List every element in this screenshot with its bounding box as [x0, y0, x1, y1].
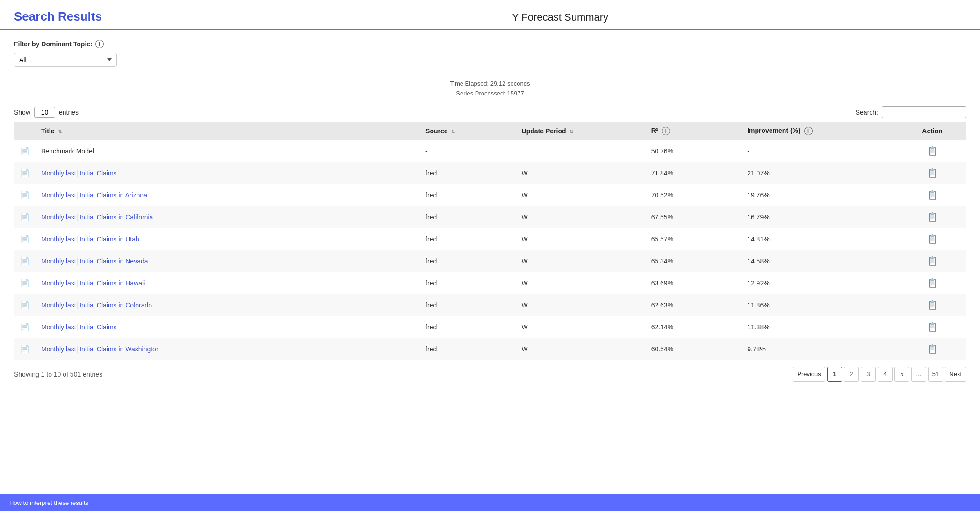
- row-improvement: 9.78%: [742, 338, 899, 360]
- row-source: fred: [420, 316, 516, 338]
- search-input[interactable]: [882, 106, 966, 118]
- copy-action-icon[interactable]: 📋: [927, 256, 937, 266]
- search-box: Search:: [856, 106, 966, 118]
- row-update-period: W: [516, 250, 646, 272]
- page-ellipsis: ...: [911, 367, 926, 382]
- page-buttons: 12345...51: [827, 367, 943, 382]
- copy-action-icon[interactable]: 📋: [927, 212, 937, 222]
- row-r2: 50.76%: [646, 140, 742, 162]
- sort-source-icon: ⇅: [451, 129, 455, 134]
- row-title[interactable]: Monthly last| Initial Claims in Washingt…: [41, 345, 160, 353]
- table-row: 📄Monthly last| Initial ClaimsfredW62.14%…: [14, 316, 966, 338]
- header-center: Y Forecast Summary: [154, 9, 966, 23]
- row-r2: 63.69%: [646, 272, 742, 294]
- show-label: Show: [14, 109, 30, 116]
- table-row: 📄Monthly last| Initial Claims in Utahfre…: [14, 228, 966, 250]
- row-source: fred: [420, 272, 516, 294]
- r2-info-icon[interactable]: i: [662, 127, 670, 135]
- improvement-info-icon[interactable]: i: [804, 127, 813, 135]
- table-row: 📄Monthly last| Initial Claims in Arizona…: [14, 184, 966, 206]
- row-improvement: 21.07%: [742, 162, 899, 184]
- row-source: -: [420, 140, 516, 162]
- table-controls: Show entries Search:: [0, 102, 980, 122]
- row-r2: 62.63%: [646, 294, 742, 316]
- row-improvement: 11.38%: [742, 316, 899, 338]
- th-improvement[interactable]: Improvement (%) i: [742, 122, 899, 140]
- copy-action-icon[interactable]: 📋: [927, 344, 937, 354]
- series-processed: Series Processed: 15977: [14, 89, 966, 99]
- row-improvement: 14.81%: [742, 228, 899, 250]
- doc-icon: 📄: [20, 299, 30, 311]
- row-r2: 67.55%: [646, 206, 742, 228]
- row-update-period: W: [516, 184, 646, 206]
- row-improvement: 19.76%: [742, 184, 899, 206]
- table-row: 📄Monthly last| Initial Claims in Hawaiif…: [14, 272, 966, 294]
- row-update-period: W: [516, 272, 646, 294]
- page-51-button[interactable]: 51: [928, 367, 943, 382]
- th-update-period[interactable]: Update Period ⇅: [516, 122, 646, 140]
- page-4-button[interactable]: 4: [878, 367, 893, 382]
- search-label: Search:: [856, 109, 878, 116]
- row-update-period: W: [516, 338, 646, 360]
- page-2-button[interactable]: 2: [844, 367, 859, 382]
- doc-icon: 📄: [20, 233, 30, 245]
- row-improvement: 12.92%: [742, 272, 899, 294]
- filter-label: Filter by Dominant Topic: i: [14, 40, 966, 48]
- entries-label: entries: [59, 109, 79, 116]
- page-3-button[interactable]: 3: [861, 367, 876, 382]
- main-title: Y Forecast Summary: [512, 11, 608, 23]
- prev-button[interactable]: Previous: [793, 367, 825, 382]
- copy-action-icon[interactable]: 📋: [927, 322, 937, 332]
- filter-info-icon[interactable]: i: [95, 40, 104, 48]
- row-source: fred: [420, 228, 516, 250]
- next-button[interactable]: Next: [945, 367, 966, 382]
- row-title[interactable]: Monthly last| Initial Claims: [41, 323, 117, 331]
- row-update-period: W: [516, 294, 646, 316]
- copy-action-icon[interactable]: 📋: [927, 234, 937, 244]
- copy-action-icon[interactable]: 📋: [927, 168, 937, 178]
- th-r2[interactable]: R² i: [646, 122, 742, 140]
- row-source: fred: [420, 294, 516, 316]
- bottom-bar-text[interactable]: How to interpret these results: [9, 499, 88, 506]
- table-header-row: Title ⇅ Source ⇅ Update Period ⇅ R² i: [14, 122, 966, 140]
- page-5-button[interactable]: 5: [894, 367, 909, 382]
- row-title[interactable]: Monthly last| Initial Claims in Utah: [41, 235, 139, 243]
- table-row: 📄Monthly last| Initial Claims in Washing…: [14, 338, 966, 360]
- sort-update-icon: ⇅: [569, 129, 573, 134]
- row-source: fred: [420, 338, 516, 360]
- copy-action-icon[interactable]: 📋: [927, 278, 937, 288]
- copy-action-icon[interactable]: 📋: [927, 190, 937, 200]
- th-action: Action: [899, 122, 966, 140]
- dominant-topic-select[interactable]: All: [14, 53, 117, 67]
- row-title[interactable]: Monthly last| Initial Claims in Colorado: [41, 301, 152, 309]
- th-title[interactable]: Title ⇅: [36, 122, 420, 140]
- row-source: fred: [420, 206, 516, 228]
- row-improvement: 11.86%: [742, 294, 899, 316]
- row-improvement: 16.79%: [742, 206, 899, 228]
- row-r2: 71.84%: [646, 162, 742, 184]
- copy-action-icon[interactable]: 📋: [927, 146, 937, 156]
- row-update-period: W: [516, 228, 646, 250]
- row-title[interactable]: Monthly last| Initial Claims: [41, 169, 117, 177]
- row-source: fred: [420, 250, 516, 272]
- search-results-title: Search Results: [14, 9, 102, 23]
- row-source: fred: [420, 162, 516, 184]
- entries-input[interactable]: [34, 107, 55, 118]
- bottom-bar: How to interpret these results: [0, 494, 980, 511]
- page-1-button[interactable]: 1: [827, 367, 842, 382]
- doc-icon: 📄: [20, 145, 30, 157]
- row-title[interactable]: Monthly last| Initial Claims in Californ…: [41, 213, 153, 221]
- th-icon: [14, 122, 36, 140]
- row-title[interactable]: Monthly last| Initial Claims in Nevada: [41, 257, 148, 265]
- table-row: 📄Monthly last| Initial Claims in Colorad…: [14, 294, 966, 316]
- table-row: 📄Monthly last| Initial ClaimsfredW71.84%…: [14, 162, 966, 184]
- row-r2: 65.57%: [646, 228, 742, 250]
- copy-action-icon[interactable]: 📋: [927, 300, 937, 310]
- row-r2: 70.52%: [646, 184, 742, 206]
- row-title: Benchmark Model: [41, 147, 94, 155]
- th-source[interactable]: Source ⇅: [420, 122, 516, 140]
- row-r2: 65.34%: [646, 250, 742, 272]
- row-title[interactable]: Monthly last| Initial Claims in Hawaii: [41, 279, 145, 287]
- row-title[interactable]: Monthly last| Initial Claims in Arizona: [41, 191, 147, 199]
- row-update-period: [516, 140, 646, 162]
